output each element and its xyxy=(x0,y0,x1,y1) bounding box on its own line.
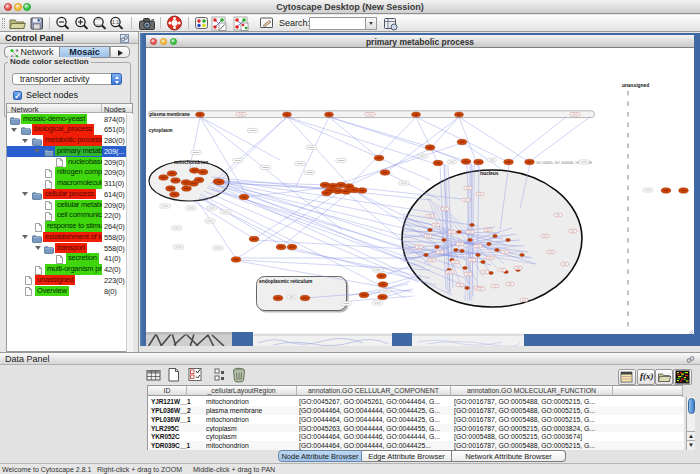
svg-text:endoplasmic reticulum: endoplasmic reticulum xyxy=(259,279,313,284)
svg-text:plasma membrane: plasma membrane xyxy=(150,112,191,117)
svg-text:1:1: 1:1 xyxy=(112,19,119,25)
svg-text:cytoplasm: cytoplasm xyxy=(149,128,174,133)
svg-text:unassigned: unassigned xyxy=(622,83,649,88)
svg-text:nucleus: nucleus xyxy=(480,171,499,176)
svg-text:mitochondrion: mitochondrion xyxy=(174,160,208,165)
